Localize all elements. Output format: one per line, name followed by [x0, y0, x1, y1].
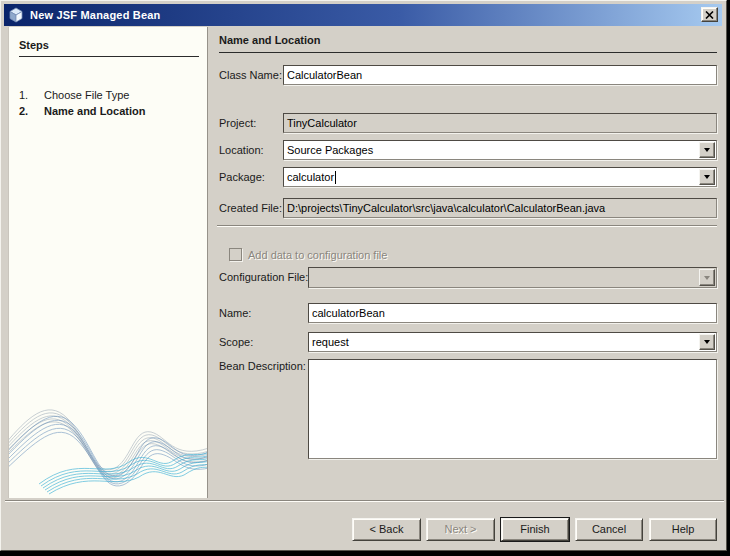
configuration-file-label: Configuration File:	[219, 267, 308, 288]
project-label: Project:	[219, 113, 256, 133]
bean-description-label: Bean Description:	[219, 359, 306, 373]
text-caret	[335, 171, 336, 184]
close-icon	[705, 11, 714, 19]
configuration-file-combobox	[308, 267, 717, 288]
cube-icon	[8, 7, 24, 23]
chevron-down-icon	[704, 340, 710, 344]
window-title: New JSF Managed Bean	[30, 9, 161, 21]
configuration-file-dropdown-button	[699, 269, 715, 286]
step-label: Name and Location	[44, 105, 145, 117]
project-field: TinyCalculator	[283, 113, 717, 133]
button-bar-separator	[5, 500, 724, 502]
section-separator	[217, 225, 717, 227]
steps-heading: Steps	[19, 39, 199, 57]
package-label: Package:	[219, 167, 265, 187]
back-button[interactable]: < Back	[352, 518, 421, 541]
bean-description-textarea[interactable]	[308, 359, 717, 459]
scope-combobox[interactable]: request	[308, 332, 717, 352]
name-label: Name:	[219, 303, 251, 323]
cancel-button[interactable]: Cancel	[575, 518, 643, 541]
project-value: TinyCalculator	[287, 117, 357, 129]
package-combobox[interactable]: calculator	[283, 167, 717, 187]
close-button[interactable]	[701, 7, 718, 22]
next-button: Next >	[426, 518, 495, 541]
chevron-down-icon	[704, 175, 710, 179]
add-config-checkbox-label: Add data to configuration file	[248, 245, 387, 265]
step-item-choose-file-type: 1. Choose File Type	[19, 89, 204, 101]
location-combobox[interactable]: Source Packages	[283, 140, 717, 160]
package-dropdown-button[interactable]	[699, 169, 715, 185]
new-jsf-managed-bean-dialog: New JSF Managed Bean Steps 1. Choose Fil…	[0, 0, 727, 551]
location-label: Location:	[219, 140, 264, 160]
step-number: 1.	[19, 89, 44, 101]
title-bar[interactable]: New JSF Managed Bean	[4, 4, 722, 26]
step-label: Choose File Type	[44, 89, 129, 101]
chevron-down-icon	[704, 276, 710, 280]
scope-dropdown-button[interactable]	[699, 334, 715, 350]
finish-button[interactable]: Finish	[501, 518, 569, 541]
step-number: 2.	[19, 105, 44, 117]
name-input[interactable]	[308, 303, 717, 323]
chevron-down-icon	[704, 148, 710, 152]
steps-panel: Steps 1. Choose File Type 2. Name and Lo…	[8, 27, 208, 498]
location-dropdown-button[interactable]	[699, 142, 715, 158]
class-name-input[interactable]	[283, 65, 717, 85]
class-name-label: Class Name:	[219, 65, 282, 85]
page-title: Name and Location	[219, 34, 717, 53]
created-file-field: D:\projects\TinyCalculator\src\java\calc…	[283, 198, 717, 218]
help-button[interactable]: Help	[649, 518, 717, 541]
location-value: Source Packages	[287, 144, 373, 156]
wave-decoration	[9, 392, 207, 496]
step-item-name-and-location: 2. Name and Location	[19, 105, 204, 117]
package-value: calculator	[287, 171, 334, 183]
created-file-value: D:\projects\TinyCalculator\src\java\calc…	[287, 202, 605, 214]
scope-label: Scope:	[219, 332, 253, 352]
created-file-label: Created File:	[219, 198, 282, 218]
add-config-checkbox	[229, 248, 242, 261]
scope-value: request	[312, 336, 349, 348]
